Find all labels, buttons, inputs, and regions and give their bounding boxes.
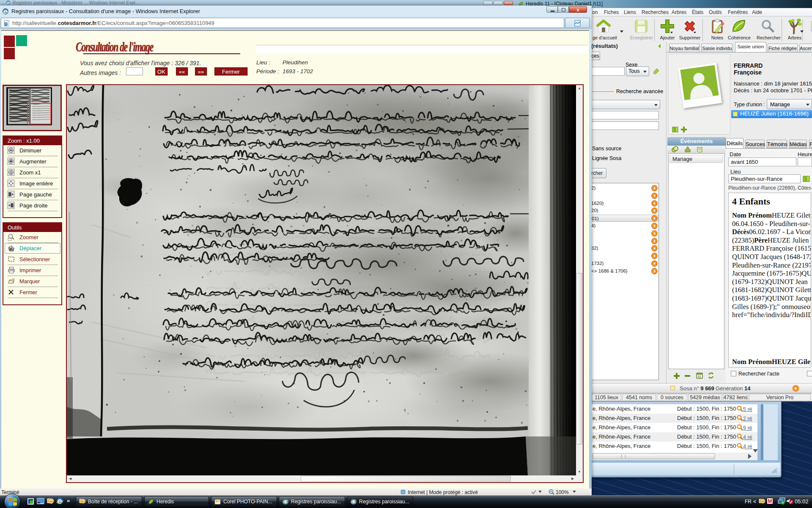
svg-text:31: 31 [697, 375, 701, 378]
svg-text:1: 1 [10, 171, 12, 174]
svg-text:✥: ✥ [10, 248, 12, 251]
